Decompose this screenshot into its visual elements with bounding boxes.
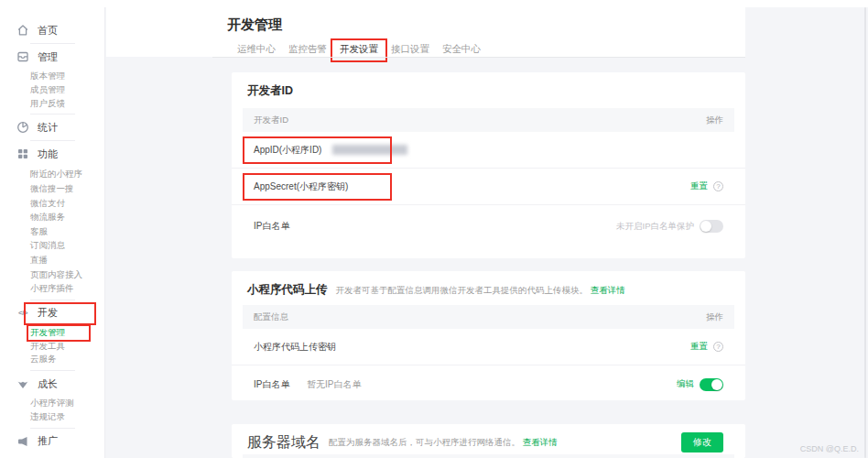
section-title: 开发者ID [232, 72, 745, 108]
question-icon[interactable]: ? [713, 342, 723, 352]
reset-appsecret-link[interactable]: 重置 [690, 180, 708, 192]
sidebar-item-version-manage[interactable]: 版本管理 [0, 70, 104, 83]
grid-icon [16, 147, 29, 160]
sidebar-item-member-manage[interactable]: 成员管理 [0, 83, 104, 97]
sidebar-item-cloud-service[interactable]: 云服务 [0, 353, 104, 366]
sidebar-item-customer-service[interactable]: 客服 [0, 224, 104, 239]
section-title-row: 服务器域名 配置为服务器域名后，可与小程序进行网络通信。 查看详情 修改 [232, 424, 745, 453]
table-row-appsecret: AppSecret(小程序密钥) 重置 ? [232, 169, 745, 205]
tab-underline [212, 57, 745, 58]
sidebar-item-nearby-miniprogram[interactable]: 附近的小程序 [0, 167, 104, 181]
appid-label: AppID(小程序ID) [254, 144, 321, 157]
sidebar-group-label: 开发 [38, 306, 58, 320]
sidebar-group-manage[interactable]: 管理 [0, 48, 104, 66]
code-icon: </> [16, 307, 29, 320]
scrollbar[interactable] [864, 7, 866, 458]
sidebar-group-statistics[interactable]: 统计 [0, 118, 104, 136]
view-details-link[interactable]: 查看详情 [523, 437, 558, 447]
sidebar-group-label: 首页 [38, 24, 58, 38]
developer-id-card: 开发者ID 开发者ID 操作 AppID(小程序ID) AppSecret(小程… [232, 72, 745, 258]
edit-ip-whitelist-link[interactable]: 编辑 [677, 378, 694, 390]
archive-icon [16, 50, 29, 63]
divider [30, 43, 75, 44]
annotation-box-develop [24, 302, 96, 325]
tab-api-settings[interactable]: 接口设置 [387, 43, 433, 56]
sidebar-group-home[interactable]: 首页 [0, 21, 104, 39]
divider [30, 370, 75, 371]
sidebar-group-label: 管理 [38, 50, 58, 64]
section-title-row: 小程序代码上传 开发者可基于配置信息调用微信开发者工具提供的代码上传模块。 查看… [232, 271, 745, 305]
sidebar-group-label: 统计 [38, 121, 58, 135]
tab-ops-center[interactable]: 运维中心 [233, 43, 279, 56]
toggle-knob [700, 221, 711, 232]
table-header: 配置信息 操作 [243, 305, 734, 329]
column-header-left: 开发者ID [254, 114, 288, 126]
tab-security-center[interactable]: 安全中心 [439, 43, 484, 56]
sidebar-item-plugin[interactable]: 小程序插件 [0, 281, 104, 296]
modify-button[interactable]: 修改 [681, 432, 723, 453]
tab-label: 开发设置 [340, 43, 378, 54]
sidebar-item-logistics[interactable]: 物流服务 [0, 210, 104, 224]
ip-whitelist-upload-toggle[interactable] [700, 378, 723, 391]
ip-whitelist-toggle[interactable] [700, 220, 723, 233]
tab-develop-settings[interactable]: 开发设置 [336, 43, 382, 56]
ip-whitelist-value: 暂无IP白名单 [307, 378, 361, 391]
divider [30, 428, 75, 429]
code-upload-card: 小程序代码上传 开发者可基于配置信息调用微信开发者工具提供的代码上传模块。 查看… [232, 271, 745, 400]
tab-monitor-alarm[interactable]: 监控告警 [285, 43, 331, 56]
section-description: 开发者可基于配置信息调用微信开发者工具提供的代码上传模块。 查看详情 [336, 285, 625, 297]
sidebar-group-develop[interactable]: </> 开发 [0, 304, 104, 322]
section-description: 配置为服务器域名后，可与小程序进行网络通信。 查看详情 [329, 437, 558, 449]
divider [30, 140, 75, 141]
sidebar-item-label: 开发管理 [30, 327, 65, 337]
upload-key-label: 小程序代码上传密钥 [254, 341, 336, 354]
divider [30, 300, 75, 300]
sidebar-item-violation-record[interactable]: 违规记录 [0, 410, 104, 424]
view-details-link[interactable]: 查看详情 [591, 285, 625, 295]
sidebar-item-page-content[interactable]: 页面内容接入 [0, 267, 104, 282]
section-title: 小程序代码上传 [247, 282, 328, 298]
sidebar-group-label: 成长 [38, 377, 58, 391]
megaphone-icon [16, 435, 29, 448]
sidebar-group-promotion[interactable]: 推广 [0, 432, 104, 451]
sidebar-item-subscribe-message[interactable]: 订阅消息 [0, 238, 104, 253]
ip-whitelist-status: 未开启IP白名单保护 [616, 221, 694, 233]
tab-bar: 运维中心 监控告警 开发设置 接口设置 安全中心 [233, 43, 745, 56]
content-header: 开发管理 运维中心 监控告警 开发设置 接口设置 安全中心 [106, 7, 745, 57]
description-text: 配置为服务器域名后，可与小程序进行网络通信。 [329, 437, 520, 447]
bird-icon [16, 377, 29, 390]
table-header-partial [243, 454, 734, 458]
home-icon [16, 24, 29, 37]
table-row-upload-key: 小程序代码上传密钥 重置 ? [232, 329, 745, 365]
sidebar-item-miniprogram-review[interactable]: 小程序评测 [0, 397, 104, 410]
sidebar-item-user-feedback[interactable]: 用户反馈 [0, 97, 104, 111]
sidebar-item-live[interactable]: 直播 [0, 253, 104, 267]
watermark: CSDN @Q.E.D. [800, 444, 859, 453]
sidebar-group-growth[interactable]: 成长 [0, 375, 104, 393]
description-text: 开发者可基于配置信息调用微信开发者工具提供的代码上传模块。 [336, 285, 589, 295]
sidebar-item-wechat-search[interactable]: 微信搜一搜 [0, 181, 104, 196]
table-row-ip-whitelist-upload: IP白名单 暂无IP白名单 编辑 [232, 365, 745, 403]
divider [30, 114, 75, 114]
column-header-operation: 操作 [706, 311, 723, 323]
appsecret-label: AppSecret(小程序密钥) [254, 180, 348, 193]
sidebar: 首页 管理 版本管理 成员管理 用户反馈 统计 功能 附近的小程序 微信搜一搜 … [0, 0, 105, 458]
table-header: 开发者ID 操作 [243, 108, 734, 132]
sidebar-item-develop-manage[interactable]: 开发管理 [0, 326, 104, 340]
section-title: 服务器域名 [247, 433, 320, 453]
sidebar-group-features[interactable]: 功能 [0, 145, 104, 163]
sidebar-group-label: 推广 [38, 434, 58, 448]
ip-whitelist-label: IP白名单 [254, 220, 289, 233]
server-domain-card: 服务器域名 配置为服务器域名后，可与小程序进行网络通信。 查看详情 修改 [232, 424, 745, 458]
toggle-knob [711, 379, 722, 390]
page-title: 开发管理 [106, 7, 745, 34]
ip-whitelist-label: IP白名单 [254, 378, 307, 391]
column-header-operation: 操作 [706, 114, 723, 126]
table-row-ip-whitelist: IP白名单 未开启IP白名单保护 [232, 205, 745, 247]
question-icon[interactable]: ? [713, 181, 723, 191]
sidebar-item-wechat-pay[interactable]: 微信支付 [0, 196, 104, 211]
table-row-appid: AppID(小程序ID) [232, 132, 745, 169]
reset-upload-key-link[interactable]: 重置 [690, 341, 708, 353]
sidebar-item-develop-tools[interactable]: 开发工具 [0, 340, 104, 354]
appid-value-redacted [332, 145, 407, 155]
